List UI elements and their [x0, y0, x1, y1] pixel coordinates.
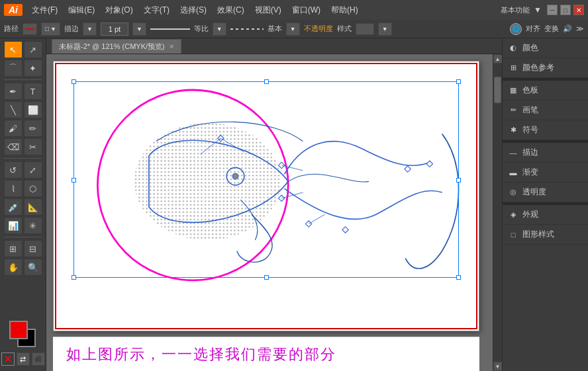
symbol-spray[interactable]: ✳ — [24, 217, 42, 234]
scroll-track[interactable] — [493, 63, 502, 362]
style-label: 样式 — [337, 24, 352, 34]
eraser-tool[interactable]: ⌫ — [4, 138, 23, 155]
panel-transparency[interactable]: ◎ 透明度 — [503, 183, 588, 202]
zoom-tool[interactable]: 🔍 — [24, 259, 42, 276]
more-btn[interactable]: ≫ — [576, 24, 584, 33]
line-style-dropdown[interactable]: ▼ — [213, 22, 226, 36]
panel-appearance[interactable]: ◈ 外观 — [503, 205, 588, 225]
stroke-width-input[interactable] — [101, 22, 128, 36]
canvas-area: 未标题-2* @ 121% (CMYK/预览) ✕ — [46, 38, 502, 371]
stroke-width-dropdown[interactable]: ▼ — [132, 22, 146, 36]
menu-select[interactable]: 选择(S) — [176, 3, 211, 17]
tab-bar: 未标题-2* @ 121% (CMYK/预览) ✕ — [46, 38, 502, 54]
no-fill-btn[interactable]: ✕ — [1, 352, 15, 366]
svg-point-5 — [232, 173, 238, 179]
magic-wand-tool[interactable]: ✦ — [24, 60, 42, 77]
default-colors-btn[interactable]: ⬛ — [32, 352, 45, 366]
opacity-label[interactable]: 不透明度 — [304, 24, 333, 34]
stroke-line-preview — [150, 28, 190, 30]
menu-help[interactable]: 帮助(H) — [327, 3, 362, 17]
symbols-icon: ✱ — [508, 125, 518, 136]
basic-label: 基本 — [268, 24, 282, 34]
panel-gradient[interactable]: ▬ 渐变 — [503, 163, 588, 183]
panel-graphic-styles-label: 图形样式 — [522, 229, 554, 240]
measure-tool[interactable]: 📐 — [24, 198, 42, 216]
rotate-tool[interactable]: ↺ — [4, 161, 23, 179]
style-box[interactable] — [356, 23, 374, 35]
stroke-color-box[interactable] — [23, 23, 37, 35]
tool-separator-2 — [4, 158, 42, 159]
caption-area: 如上图所示，一一选择我们需要的部分 — [53, 337, 479, 371]
tab-close-btn[interactable]: ✕ — [169, 43, 174, 50]
stroke-mode-label: 描边 — [64, 24, 79, 34]
tools-panel: ↖ ↗ ⌒ ✦ ✒ T ╲ ⬜ 🖌 ✏ ⌫ ✂ ↺ ⤢ ⌇ — [0, 38, 46, 371]
pen-tool[interactable]: ✒ — [4, 83, 23, 100]
transform-label: 变换 — [544, 24, 559, 34]
panel-color-label: 颜色 — [522, 42, 538, 54]
direct-selection-tool[interactable]: ↗ — [24, 41, 42, 58]
color-swatch-container — [9, 321, 37, 349]
rect-tool[interactable]: ⬜ — [24, 101, 42, 118]
svg-rect-11 — [405, 166, 411, 172]
panel-symbols-label: 符号 — [522, 124, 538, 136]
stroke-style-btn[interactable]: □▼ — [41, 22, 60, 36]
close-button[interactable]: ✕ — [573, 5, 584, 15]
swap-colors-btn[interactable]: ⇄ — [17, 352, 30, 366]
lasso-tool[interactable]: ⌒ — [4, 60, 23, 77]
panel-color[interactable]: ◐ 颜色 — [503, 38, 588, 58]
menu-view[interactable]: 视图(V) — [251, 3, 285, 17]
window-controls: ─ □ ✕ — [547, 5, 584, 15]
svg-line-16 — [281, 192, 303, 198]
chart-tool[interactable]: 📊 — [4, 217, 23, 234]
panel-transparency-label: 透明度 — [522, 186, 546, 198]
svg-rect-10 — [342, 227, 348, 233]
basic-dropdown[interactable]: ▼ — [286, 22, 300, 36]
menu-object[interactable]: 对象(O) — [101, 3, 136, 17]
hand-tool[interactable]: ✋ — [4, 259, 23, 276]
blend-tool[interactable]: ⬡ — [24, 180, 42, 197]
scissors-tool[interactable]: ✂ — [24, 138, 42, 155]
scale-tool[interactable]: ⤢ — [24, 161, 42, 179]
canvas-content[interactable] — [53, 61, 479, 331]
speaker-icon: 🔊 — [563, 24, 572, 33]
dash-line-preview — [230, 28, 264, 30]
canvas-tab[interactable]: 未标题-2* @ 121% (CMYK/预览) ✕ — [52, 39, 181, 54]
panel-stroke[interactable]: — 描边 — [503, 143, 588, 163]
slice-tool[interactable]: ⊟ — [24, 240, 42, 257]
pencil-tool[interactable]: ✏ — [24, 120, 42, 137]
tool-separator-3 — [4, 237, 42, 237]
stroke-align-btn[interactable]: ▼ — [83, 22, 97, 36]
type-tool[interactable]: T — [24, 83, 42, 100]
panel-brushes[interactable]: ✏ 画笔 — [503, 101, 588, 120]
globe-icon: 🌐 — [510, 23, 522, 35]
path-label: 路径 — [4, 24, 19, 34]
artboard-tool[interactable]: ⊞ — [4, 240, 23, 257]
panel-brushes-label: 画笔 — [522, 104, 538, 116]
line-tool[interactable]: ╲ — [4, 101, 23, 118]
selection-tool[interactable]: ↖ — [4, 41, 23, 58]
minimize-button[interactable]: ─ — [547, 5, 558, 15]
vertical-scrollbar: ▲ ▼ — [493, 54, 502, 371]
panel-swatches[interactable]: ▦ 色板 — [503, 81, 588, 101]
panel-graphic-styles[interactable]: □ 图形样式 — [503, 225, 588, 245]
warp-tool[interactable]: ⌇ — [4, 180, 23, 197]
foreground-color-box[interactable] — [9, 321, 28, 339]
scroll-up-btn[interactable]: ▲ — [493, 54, 503, 63]
menu-window[interactable]: 窗口(W) — [288, 3, 324, 17]
menu-effect[interactable]: 效果(C) — [213, 3, 248, 17]
restore-button[interactable]: □ — [560, 5, 571, 15]
panel-symbols[interactable]: ✱ 符号 — [503, 120, 588, 140]
menu-edit[interactable]: 编辑(E) — [64, 3, 99, 17]
paintbrush-tool[interactable]: 🖌 — [4, 120, 23, 137]
scroll-thumb[interactable] — [494, 77, 501, 103]
menu-file[interactable]: 文件(F) — [28, 3, 62, 17]
brushes-icon: ✏ — [508, 105, 518, 116]
stroke-icon: — — [508, 147, 518, 158]
eyedropper-tool[interactable]: 💉 — [4, 198, 23, 216]
menu-text[interactable]: 文字(T) — [140, 3, 173, 17]
scroll-down-btn[interactable]: ▼ — [493, 362, 503, 371]
style-dropdown[interactable]: ▼ — [378, 22, 392, 36]
panel-color-ref[interactable]: ⊞ 颜色参考 — [503, 58, 588, 78]
canvas-scroll-area: 如上图所示，一一选择我们需要的部分 — [46, 54, 493, 371]
graphic-styles-icon: □ — [508, 229, 518, 240]
